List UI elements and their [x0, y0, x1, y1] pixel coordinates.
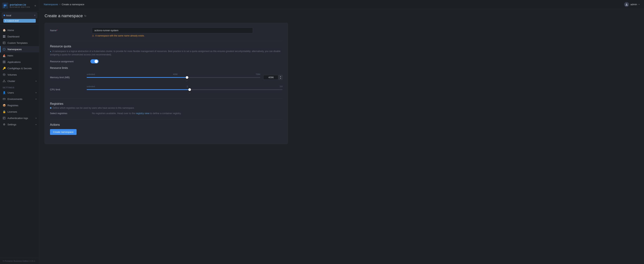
page-content: Create a namespace ↻ Name* ⚠ A namespace… [39, 9, 644, 264]
memory-value-input[interactable] [263, 75, 278, 80]
namespaces-icon [2, 48, 6, 51]
memory-range-input[interactable] [87, 80, 260, 81]
portainer-logo-icon [2, 2, 8, 8]
registries-select-label: Select registries [50, 112, 88, 115]
sidebar-item-licenses-label: Licenses [8, 110, 36, 113]
sidebar-item-helm-label: Helm [8, 54, 36, 57]
cpu-slider-thumb [188, 88, 191, 91]
footer-text: © Portainer Business Edition 2.15.1 [2, 260, 35, 262]
svg-point-17 [3, 81, 4, 82]
divider-1 [50, 41, 282, 41]
resource-assignment-toggle[interactable] [90, 59, 99, 63]
sidebar-item-licenses[interactable]: 🔒 Licenses [0, 108, 39, 115]
logo-text: portainer.io BUSINESS EDITION [10, 3, 30, 8]
topbar: Namespaces > Create a namespace admin ▾ [39, 0, 644, 9]
users-icon: 👤 [2, 91, 6, 94]
sidebar-item-registries-label: Registries [8, 104, 36, 107]
memory-spinner-up[interactable]: ▲ [280, 75, 282, 77]
memory-slider-fill [87, 77, 187, 78]
sidebar: portainer.io BUSINESS EDITION « local × … [0, 0, 39, 264]
sidebar-item-settings-label: Settings [8, 123, 34, 126]
sidebar-item-namespaces[interactable]: Namespaces [0, 46, 39, 52]
memory-slider-row: Memory limit (MB) unlimited 4096 7084 [50, 73, 282, 82]
memory-label: Memory limit (MB) [50, 76, 84, 79]
user-menu[interactable]: admin ▾ [624, 2, 640, 7]
user-name: admin [630, 3, 637, 6]
memory-slider-track [87, 77, 260, 78]
logo-edition: BUSINESS EDITION [10, 6, 30, 8]
logo-name: portainer.io [10, 3, 30, 6]
environments-chevron-icon: ▾ [36, 98, 36, 100]
configmaps-icon: 🔑 [2, 67, 6, 70]
home-icon: 🏠 [2, 29, 6, 32]
name-control-area: ⚠ A namespace with the same name already… [92, 27, 282, 37]
registries-icon: 📦 [2, 104, 6, 107]
svg-rect-14 [4, 62, 5, 63]
name-warning-text: ⚠ A namespace with the same name already… [92, 34, 282, 37]
svg-rect-11 [3, 61, 4, 62]
logo-area: portainer.io BUSINESS EDITION [2, 2, 30, 8]
environments-icon [2, 97, 6, 100]
name-required-marker: * [56, 29, 58, 32]
collapse-sidebar-button[interactable]: « [34, 3, 37, 8]
memory-slider-thumb [186, 76, 188, 79]
cluster-chevron-icon: ▾ [36, 80, 36, 82]
sidebar-item-home[interactable]: 🏠 Home [0, 27, 39, 33]
memory-max-label: 7084 [256, 73, 260, 75]
sidebar-item-applications-label: Applications [8, 61, 36, 63]
env-close-button[interactable]: × [34, 14, 36, 17]
memory-slider-container [87, 76, 260, 79]
actions-section: Actions Create namespace [50, 123, 282, 135]
sidebar-item-authentication-logs[interactable]: Authentication logs ▾ [0, 115, 39, 121]
sidebar-item-volumes[interactable]: Volumes [0, 71, 39, 78]
sidebar-item-registries[interactable]: 📦 Registries [0, 102, 39, 108]
refresh-icon[interactable]: ↻ [84, 14, 86, 17]
cpu-label: CPU limit [50, 88, 84, 91]
divider-3 [50, 119, 282, 119]
env-name-label: local [6, 14, 33, 17]
sidebar-item-configmaps-secrets[interactable]: 🔑 ConfigMaps & Secrets [0, 65, 39, 71]
memory-spinner-down[interactable]: ▼ [280, 77, 282, 79]
sidebar-item-environments-label: Environments [8, 98, 34, 100]
sidebar-item-settings[interactable]: ⚙ Settings ▾ [0, 121, 39, 128]
kubectl-icon: $ [5, 20, 6, 22]
licenses-icon: 🔒 [2, 110, 6, 113]
sidebar-item-users[interactable]: 👤 Users ▾ [0, 89, 39, 96]
user-avatar [624, 2, 629, 7]
svg-rect-13 [3, 62, 4, 63]
page-title-row: Create a namespace ↻ [44, 13, 639, 18]
sidebar-item-helm[interactable]: ⛵ Helm [0, 52, 39, 59]
sidebar-item-applications[interactable]: Applications [0, 59, 39, 65]
svg-point-18 [5, 81, 6, 82]
sidebar-item-custom-templates[interactable]: Custom Templates [0, 40, 39, 46]
registries-title: Registries [50, 102, 282, 106]
kubectl-shell-button[interactable]: $ kubectl shell [3, 19, 36, 23]
sidebar-item-dashboard[interactable]: Dashboard [0, 33, 39, 40]
breadcrumb-parent-link[interactable]: Namespaces [44, 3, 58, 6]
settings-icon: ⚙ [2, 123, 6, 126]
environment-section: local × $ kubectl shell [0, 11, 39, 25]
namespace-name-input[interactable] [92, 27, 253, 33]
cpu-max-label: 3.8 [280, 85, 282, 88]
registry-view-link[interactable]: registry view [136, 112, 150, 115]
svg-point-27 [626, 3, 627, 5]
volumes-icon [2, 73, 6, 76]
sidebar-item-cluster-label: Cluster [8, 80, 34, 82]
page-title: Create a namespace [44, 13, 83, 18]
cpu-markers: unlimited 2 3.8 [87, 85, 282, 88]
cpu-slider-track [87, 89, 282, 90]
resource-assignment-label: Resource assignment [50, 60, 88, 63]
sidebar-item-custom-templates-label: Custom Templates [8, 41, 36, 44]
create-namespace-button[interactable]: Create namespace [50, 129, 76, 135]
sidebar-item-environments[interactable]: Environments ▾ [0, 96, 39, 102]
cpu-slider-area: unlimited 2 3.8 [87, 85, 282, 94]
cpu-range-input[interactable] [87, 92, 282, 93]
sidebar-item-cluster[interactable]: Cluster ▾ [0, 78, 39, 84]
resource-quota-desc: ● A namespace is a logical abstraction o… [50, 50, 282, 56]
svg-point-16 [4, 80, 4, 81]
memory-spinner-buttons[interactable]: ▲ ▼ [278, 75, 282, 80]
svg-marker-10 [3, 48, 5, 50]
memory-min-label: unlimited [87, 73, 95, 75]
sidebar-nav: 🏠 Home Dashboard Custom Templates Namesp… [0, 25, 39, 258]
cpu-slider-row: CPU limit unlimited 2 3.8 [50, 85, 282, 94]
